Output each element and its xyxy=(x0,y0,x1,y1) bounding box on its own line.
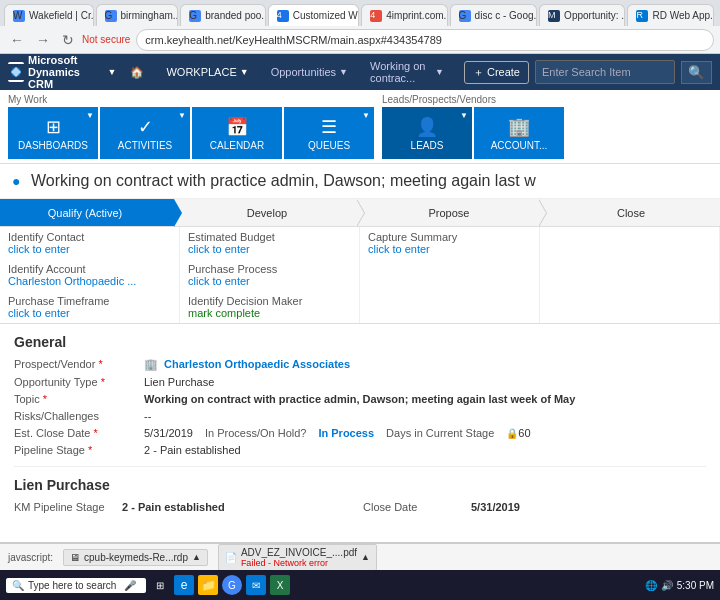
stage-develop[interactable]: Develop xyxy=(174,199,356,226)
tile-queues[interactable]: ☰ QUEUES ▼ xyxy=(284,107,374,159)
row-pipeline-stage: Pipeline Stage * 2 - Pain established xyxy=(14,444,706,456)
tile-leads[interactable]: 👤 LEADS ▼ xyxy=(382,107,472,159)
prospect-vendor-value[interactable]: 🏢 Charleston Orthopaedic Associates xyxy=(144,358,350,371)
tab-branded[interactable]: G branded poo... ✕ xyxy=(180,4,266,26)
crm-search-input[interactable] xyxy=(535,60,675,84)
tab-label: 4imprint.com... xyxy=(386,10,447,21)
home-icon: 🏠 xyxy=(130,66,144,79)
crm-title-chevron[interactable]: ▼ xyxy=(108,67,117,77)
queues-expand-icon[interactable]: ▼ xyxy=(362,111,370,120)
taskbar-search[interactable]: 🔍 Type here to search 🎤 xyxy=(6,578,146,593)
refresh-button[interactable]: ↻ xyxy=(58,30,78,50)
field-capture-summary: Capture Summary click to enter xyxy=(360,227,540,259)
mail-icon[interactable]: ✉ xyxy=(246,575,266,595)
stage-close[interactable]: Close xyxy=(538,199,720,226)
stage-propose-arrow-fg xyxy=(538,199,546,227)
browser-bar: ← → ↻ Not secure xyxy=(0,26,720,54)
activities-expand-icon[interactable]: ▼ xyxy=(178,111,186,120)
days-label: Days in Current Stage xyxy=(386,427,494,439)
download-rdp-chevron[interactable]: ▲ xyxy=(192,552,201,562)
purchase-timeframe-link[interactable]: click to enter xyxy=(8,307,70,319)
field-empty xyxy=(540,227,720,259)
crm-logo[interactable]: Microsoft Dynamics CRM ▼ xyxy=(8,54,116,90)
leads-tiles: 👤 LEADS ▼ 🏢 ACCOUNT... xyxy=(382,107,564,159)
tab-4imprint[interactable]: 4 4imprint.com... ✕ xyxy=(361,4,447,26)
field-empty5 xyxy=(540,291,720,323)
identify-contact-link[interactable]: click to enter xyxy=(8,243,70,255)
edge-icon[interactable]: e xyxy=(174,575,194,595)
tab-rd[interactable]: R RD Web App... ✕ xyxy=(627,4,714,26)
opportunities-chevron-icon: ▼ xyxy=(339,67,348,77)
purchase-process-label: Purchase Process xyxy=(188,263,351,275)
tile-dashboards[interactable]: ⊞ DASHBOARDS ▼ xyxy=(8,107,98,159)
page-title: Working on contract with practice admin,… xyxy=(31,172,536,189)
download-pdf-info: ADV_EZ_INVOICE_....pdf Failed - Network … xyxy=(241,547,357,568)
my-work-tiles: ⊞ DASHBOARDS ▼ ✓ ACTIVITIES ▼ 📅 CALENDAR… xyxy=(8,107,374,159)
working-on-nav[interactable]: Working on contrac... ▼ xyxy=(362,56,452,88)
lien-title: Lien Purchase xyxy=(14,477,706,493)
tab-disc[interactable]: G disc c - Goog... ✕ xyxy=(450,4,538,26)
lien-pipeline-value: 2 - Pain established xyxy=(122,501,225,513)
chrome-icon[interactable]: G xyxy=(222,575,242,595)
file-explorer-icon[interactable]: 📁 xyxy=(198,575,218,595)
back-button[interactable]: ← xyxy=(6,30,28,50)
download-rdp[interactable]: 🖥 cpub-keymeds-Re...rdp ▲ xyxy=(63,549,208,566)
capture-summary-link[interactable]: click to enter xyxy=(368,243,430,255)
stage-qualify[interactable]: Qualify (Active) xyxy=(0,199,174,226)
opportunities-nav[interactable]: Opportunities ▼ xyxy=(263,62,356,82)
excel-icon[interactable]: X xyxy=(270,575,290,595)
identify-account-value[interactable]: Charleston Orthopaedic ... xyxy=(8,275,136,287)
task-view-button[interactable]: ⊞ xyxy=(150,575,170,595)
workplace-nav[interactable]: WORKPLACE ▼ xyxy=(158,62,256,82)
leads-section: Leads/Prospects/Vendors 👤 LEADS ▼ 🏢 ACCO… xyxy=(382,94,564,159)
opportunity-icon: ● xyxy=(12,173,20,189)
tab-favicon: G xyxy=(105,10,117,22)
tab-birmingham[interactable]: G birmingham... ✕ xyxy=(96,4,179,26)
home-nav-button[interactable]: 🏠 xyxy=(122,62,152,83)
download-pdf-chevron[interactable]: ▲ xyxy=(361,552,370,562)
tile-activities[interactable]: ✓ ACTIVITIES ▼ xyxy=(100,107,190,159)
tile-calendar[interactable]: 📅 CALENDAR xyxy=(192,107,282,159)
purchase-process-link[interactable]: click to enter xyxy=(188,275,250,287)
tab-wakefield[interactable]: W Wakefield | Cr... ✕ xyxy=(4,4,94,26)
prospect-vendor-text: Charleston Orthopaedic Associates xyxy=(164,358,350,370)
pipeline-stage-label: Pipeline Stage * xyxy=(14,444,144,456)
create-button[interactable]: ＋ Create xyxy=(464,61,529,84)
tab-customized[interactable]: 4 Customized W... ✕ xyxy=(268,4,360,26)
prospect-vendor-label: Prospect/Vendor * xyxy=(14,358,144,370)
days-value: 60 xyxy=(518,427,530,439)
required-star2: * xyxy=(101,376,105,388)
identify-contact-label: Identify Contact xyxy=(8,231,171,243)
browser-tabs: W Wakefield | Cr... ✕ G birmingham... ✕ … xyxy=(0,0,720,26)
stage-propose[interactable]: Propose xyxy=(356,199,538,226)
crm-title: Microsoft Dynamics CRM xyxy=(28,54,104,90)
stage-close-label: Close xyxy=(617,207,645,219)
pipeline-stage-value: 2 - Pain established xyxy=(144,444,241,456)
crm-search-button[interactable]: 🔍 xyxy=(681,61,712,84)
download-pdf[interactable]: 📄 ADV_EZ_INVOICE_....pdf Failed - Networ… xyxy=(218,544,377,571)
identify-decision-link[interactable]: mark complete xyxy=(188,307,260,319)
tab-label: Opportunity: ... xyxy=(564,10,625,21)
tile-dashboards-label: DASHBOARDS xyxy=(18,140,88,151)
tile-accounts[interactable]: 🏢 ACCOUNT... xyxy=(474,107,564,159)
tab-favicon: R xyxy=(636,10,648,22)
tab-label: disc c - Goog... xyxy=(475,10,538,21)
tab-opportunity[interactable]: M Opportunity: ... ✕ xyxy=(539,4,625,26)
estimated-budget-link[interactable]: click to enter xyxy=(188,243,250,255)
forward-button[interactable]: → xyxy=(32,30,54,50)
url-bar[interactable] xyxy=(136,29,714,51)
stage-qualify-label: Qualify (Active) xyxy=(48,207,123,219)
leads-expand-icon[interactable]: ▼ xyxy=(460,111,468,120)
tab-favicon: 4 xyxy=(370,10,382,22)
lien-fields: KM Pipeline Stage 2 - Pain established C… xyxy=(14,501,706,513)
field-empty2 xyxy=(360,259,540,291)
opportunities-label: Opportunities xyxy=(271,66,336,78)
calendar-icon: 📅 xyxy=(226,116,248,138)
tab-label: Customized W... xyxy=(293,10,360,21)
dashboards-expand-icon[interactable]: ▼ xyxy=(86,111,94,120)
tab-label: birmingham... xyxy=(121,10,179,21)
time-display: 5:30 PM xyxy=(677,580,714,591)
download-rdp-name: cpub-keymeds-Re...rdp xyxy=(84,552,188,563)
accounts-icon: 🏢 xyxy=(508,116,530,138)
row-est-close: Est. Close Date * 5/31/2019 In Process/O… xyxy=(14,427,706,439)
